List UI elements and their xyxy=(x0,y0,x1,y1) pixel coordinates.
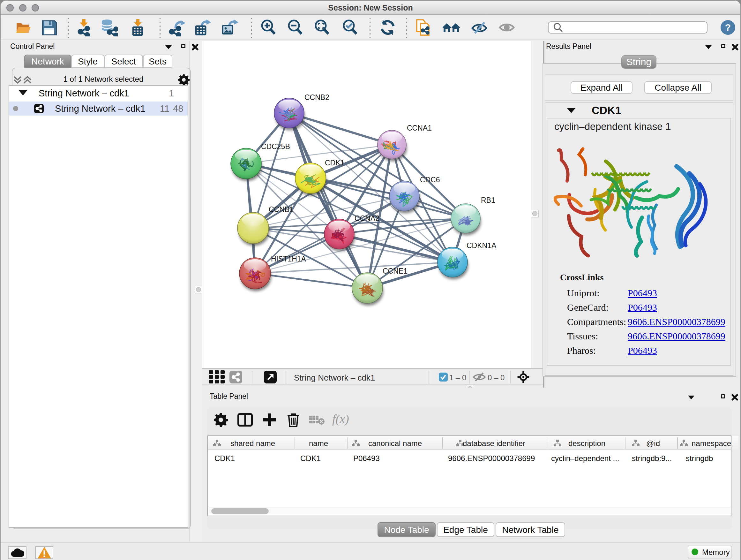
svg-text:CCNA1: CCNA1 xyxy=(407,124,432,132)
svg-text:?: ? xyxy=(725,22,731,33)
svg-text:RB1: RB1 xyxy=(481,196,495,204)
svg-text:CCNA2: CCNA2 xyxy=(354,214,380,223)
svg-text:CCNB1: CCNB1 xyxy=(269,205,293,213)
svg-text:CDC6: CDC6 xyxy=(420,176,440,184)
svg-text:CDC25B: CDC25B xyxy=(261,142,290,151)
svg-text:CDK1: CDK1 xyxy=(325,159,344,167)
svg-text:f(x): f(x) xyxy=(332,413,349,426)
svg-text:CDKN1A: CDKN1A xyxy=(467,241,496,250)
svg-text:CCNB2: CCNB2 xyxy=(305,93,329,102)
svg-text:CCNE1: CCNE1 xyxy=(383,267,408,275)
svg-text:HIST1H1A: HIST1H1A xyxy=(271,255,307,263)
